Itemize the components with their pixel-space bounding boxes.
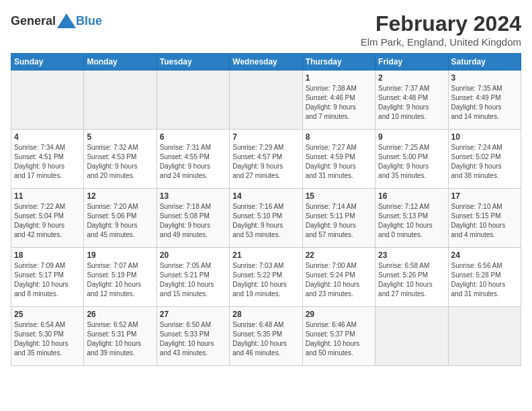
cell-content: Sunrise: 6:52 AM Sunset: 5:31 PM Dayligh… bbox=[87, 320, 153, 358]
cell-content: Sunrise: 7:31 AM Sunset: 4:55 PM Dayligh… bbox=[160, 143, 226, 181]
calendar-cell bbox=[157, 71, 229, 130]
day-number: 25 bbox=[14, 310, 81, 319]
cell-content: Sunrise: 7:35 AM Sunset: 4:49 PM Dayligh… bbox=[451, 84, 518, 122]
header-day-tuesday: Tuesday bbox=[157, 54, 229, 71]
header-day-friday: Friday bbox=[375, 54, 448, 71]
header-day-saturday: Saturday bbox=[448, 54, 521, 71]
calendar-cell: 21Sunrise: 7:03 AM Sunset: 5:22 PM Dayli… bbox=[230, 248, 302, 307]
cell-content: Sunrise: 7:16 AM Sunset: 5:10 PM Dayligh… bbox=[232, 202, 299, 240]
cell-content: Sunrise: 7:05 AM Sunset: 5:21 PM Dayligh… bbox=[160, 261, 226, 299]
calendar-cell: 11Sunrise: 7:22 AM Sunset: 5:04 PM Dayli… bbox=[11, 189, 84, 248]
calendar-cell bbox=[11, 71, 84, 130]
calendar-cell: 25Sunrise: 6:54 AM Sunset: 5:30 PM Dayli… bbox=[11, 307, 84, 366]
cell-content: Sunrise: 7:32 AM Sunset: 4:53 PM Dayligh… bbox=[87, 143, 153, 181]
day-number: 26 bbox=[87, 310, 153, 319]
calendar-cell: 20Sunrise: 7:05 AM Sunset: 5:21 PM Dayli… bbox=[157, 248, 229, 307]
week-row-1: 1Sunrise: 7:38 AM Sunset: 4:46 PM Daylig… bbox=[11, 71, 521, 130]
calendar-cell: 26Sunrise: 6:52 AM Sunset: 5:31 PM Dayli… bbox=[84, 307, 157, 366]
calendar-cell: 8Sunrise: 7:27 AM Sunset: 4:59 PM Daylig… bbox=[302, 130, 375, 189]
logo-text-general: General bbox=[11, 14, 56, 28]
cell-content: Sunrise: 7:38 AM Sunset: 4:46 PM Dayligh… bbox=[306, 84, 372, 122]
cell-content: Sunrise: 7:03 AM Sunset: 5:22 PM Dayligh… bbox=[232, 261, 299, 299]
day-number: 10 bbox=[451, 132, 518, 142]
day-number: 23 bbox=[378, 250, 445, 260]
calendar-cell: 7Sunrise: 7:29 AM Sunset: 4:57 PM Daylig… bbox=[230, 130, 302, 189]
logo: General Blue bbox=[11, 13, 102, 28]
calendar-cell: 19Sunrise: 7:07 AM Sunset: 5:19 PM Dayli… bbox=[84, 248, 157, 307]
cell-content: Sunrise: 6:58 AM Sunset: 5:26 PM Dayligh… bbox=[378, 261, 445, 299]
calendar-header: SundayMondayTuesdayWednesdayThursdayFrid… bbox=[11, 54, 521, 71]
day-number: 21 bbox=[232, 250, 299, 260]
cell-content: Sunrise: 7:25 AM Sunset: 5:00 PM Dayligh… bbox=[378, 143, 445, 181]
logo-icon bbox=[57, 13, 76, 28]
cell-content: Sunrise: 7:14 AM Sunset: 5:11 PM Dayligh… bbox=[306, 202, 372, 240]
calendar-cell: 15Sunrise: 7:14 AM Sunset: 5:11 PM Dayli… bbox=[302, 189, 375, 248]
week-row-2: 4Sunrise: 7:34 AM Sunset: 4:51 PM Daylig… bbox=[11, 130, 521, 189]
calendar-cell: 29Sunrise: 6:46 AM Sunset: 5:37 PM Dayli… bbox=[302, 307, 375, 366]
header-day-wednesday: Wednesday bbox=[230, 54, 302, 71]
header-row: SundayMondayTuesdayWednesdayThursdayFrid… bbox=[11, 54, 521, 71]
cell-content: Sunrise: 7:37 AM Sunset: 4:48 PM Dayligh… bbox=[378, 84, 445, 122]
cell-content: Sunrise: 7:10 AM Sunset: 5:15 PM Dayligh… bbox=[451, 202, 518, 240]
cell-content: Sunrise: 6:54 AM Sunset: 5:30 PM Dayligh… bbox=[14, 320, 81, 358]
day-number: 19 bbox=[87, 250, 153, 260]
calendar-cell: 10Sunrise: 7:24 AM Sunset: 5:02 PM Dayli… bbox=[448, 130, 521, 189]
header-day-monday: Monday bbox=[84, 54, 157, 71]
calendar-cell: 2Sunrise: 7:37 AM Sunset: 4:48 PM Daylig… bbox=[375, 71, 448, 130]
calendar-cell: 27Sunrise: 6:50 AM Sunset: 5:33 PM Dayli… bbox=[157, 307, 229, 366]
week-row-4: 18Sunrise: 7:09 AM Sunset: 5:17 PM Dayli… bbox=[11, 248, 521, 307]
header-day-thursday: Thursday bbox=[302, 54, 375, 71]
day-number: 12 bbox=[87, 191, 153, 201]
calendar-cell: 4Sunrise: 7:34 AM Sunset: 4:51 PM Daylig… bbox=[11, 130, 84, 189]
cell-content: Sunrise: 7:27 AM Sunset: 4:59 PM Dayligh… bbox=[306, 143, 372, 181]
day-number: 9 bbox=[378, 132, 445, 142]
calendar-cell: 6Sunrise: 7:31 AM Sunset: 4:55 PM Daylig… bbox=[157, 130, 229, 189]
day-number: 1 bbox=[306, 73, 372, 83]
day-number: 17 bbox=[451, 191, 518, 201]
day-number: 28 bbox=[232, 310, 299, 319]
main-title: February 2024 bbox=[361, 11, 521, 36]
cell-content: Sunrise: 7:22 AM Sunset: 5:04 PM Dayligh… bbox=[14, 202, 81, 240]
calendar-cell: 16Sunrise: 7:12 AM Sunset: 5:13 PM Dayli… bbox=[375, 189, 448, 248]
day-number: 4 bbox=[14, 132, 81, 142]
day-number: 22 bbox=[306, 250, 372, 260]
header: General Blue February 2024 Elm Park, Eng… bbox=[11, 11, 521, 48]
calendar-table: SundayMondayTuesdayWednesdayThursdayFrid… bbox=[11, 53, 521, 366]
day-number: 8 bbox=[306, 132, 372, 142]
week-row-5: 25Sunrise: 6:54 AM Sunset: 5:30 PM Dayli… bbox=[11, 307, 521, 366]
day-number: 20 bbox=[160, 250, 226, 260]
svg-marker-0 bbox=[57, 13, 76, 28]
day-number: 5 bbox=[87, 132, 153, 142]
calendar-cell: 18Sunrise: 7:09 AM Sunset: 5:17 PM Dayli… bbox=[11, 248, 84, 307]
day-number: 14 bbox=[232, 191, 299, 201]
cell-content: Sunrise: 7:12 AM Sunset: 5:13 PM Dayligh… bbox=[378, 202, 445, 240]
calendar-cell: 5Sunrise: 7:32 AM Sunset: 4:53 PM Daylig… bbox=[84, 130, 157, 189]
cell-content: Sunrise: 7:34 AM Sunset: 4:51 PM Dayligh… bbox=[14, 143, 81, 181]
calendar-cell: 22Sunrise: 7:00 AM Sunset: 5:24 PM Dayli… bbox=[302, 248, 375, 307]
cell-content: Sunrise: 7:00 AM Sunset: 5:24 PM Dayligh… bbox=[306, 261, 372, 299]
calendar-cell bbox=[375, 307, 448, 366]
calendar-cell: 12Sunrise: 7:20 AM Sunset: 5:06 PM Dayli… bbox=[84, 189, 157, 248]
calendar-cell bbox=[448, 307, 521, 366]
cell-content: Sunrise: 6:48 AM Sunset: 5:35 PM Dayligh… bbox=[232, 320, 299, 358]
title-area: February 2024 Elm Park, England, United … bbox=[361, 11, 521, 48]
calendar-cell: 24Sunrise: 6:56 AM Sunset: 5:28 PM Dayli… bbox=[448, 248, 521, 307]
calendar-cell: 9Sunrise: 7:25 AM Sunset: 5:00 PM Daylig… bbox=[375, 130, 448, 189]
subtitle: Elm Park, England, United Kingdom bbox=[361, 36, 521, 48]
cell-content: Sunrise: 7:20 AM Sunset: 5:06 PM Dayligh… bbox=[87, 202, 153, 240]
calendar-cell: 3Sunrise: 7:35 AM Sunset: 4:49 PM Daylig… bbox=[448, 71, 521, 130]
calendar-body: 1Sunrise: 7:38 AM Sunset: 4:46 PM Daylig… bbox=[11, 71, 521, 366]
header-day-sunday: Sunday bbox=[11, 54, 84, 71]
day-number: 6 bbox=[160, 132, 226, 142]
day-number: 7 bbox=[232, 132, 299, 142]
calendar-cell: 1Sunrise: 7:38 AM Sunset: 4:46 PM Daylig… bbox=[302, 71, 375, 130]
day-number: 2 bbox=[378, 73, 445, 83]
day-number: 3 bbox=[451, 73, 518, 83]
day-number: 15 bbox=[306, 191, 372, 201]
cell-content: Sunrise: 7:18 AM Sunset: 5:08 PM Dayligh… bbox=[160, 202, 226, 240]
cell-content: Sunrise: 6:50 AM Sunset: 5:33 PM Dayligh… bbox=[160, 320, 226, 358]
day-number: 13 bbox=[160, 191, 226, 201]
day-number: 27 bbox=[160, 310, 226, 319]
calendar-cell: 23Sunrise: 6:58 AM Sunset: 5:26 PM Dayli… bbox=[375, 248, 448, 307]
day-number: 24 bbox=[451, 250, 518, 260]
